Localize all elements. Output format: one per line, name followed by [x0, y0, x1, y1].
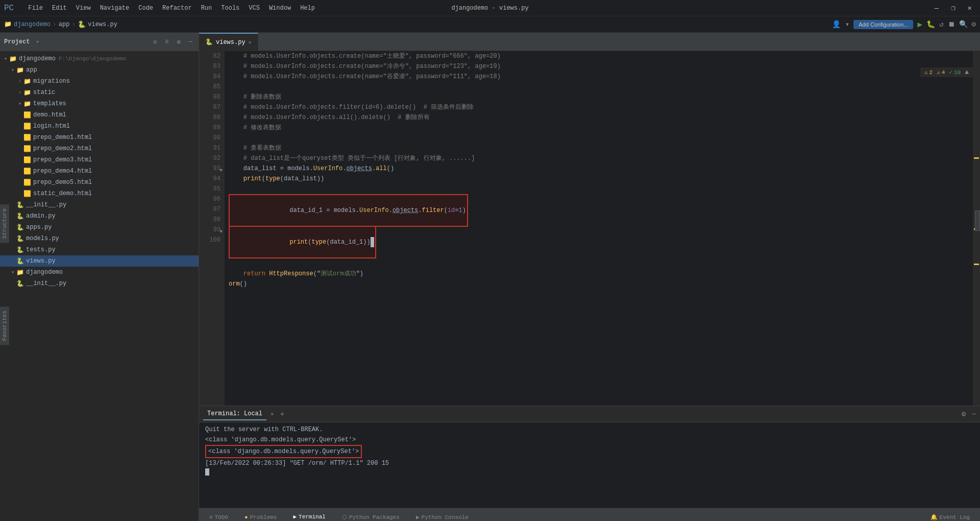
tree-prepo4-html[interactable]: 🟨 prepo_demo4.html [0, 165, 199, 177]
editor-terminal-container: ⚠ 2 ⚠ 4 ✓ 10 ▲ 🐍 views.py ✕ 82 [199, 33, 980, 521]
terminal-tab-local[interactable]: Terminal: Local [203, 408, 266, 420]
tests-py-label: tests.py [26, 246, 56, 253]
menu-refactor[interactable]: Refactor [158, 3, 196, 14]
menu-vcs[interactable]: VCS [244, 3, 264, 14]
code-content[interactable]: # models.UserInfo.objects.create(name="土… [225, 51, 973, 406]
collapse-all-icon[interactable]: ≡ [163, 37, 170, 46]
scope-icon[interactable]: ⊙ [151, 37, 159, 47]
tree-templates[interactable]: ▾ 📁 templates [0, 98, 199, 109]
user-icon[interactable]: 👤 ▾ [832, 20, 849, 29]
tree-demo-html[interactable]: 🟨 demo.html [0, 109, 199, 121]
menu-navigate[interactable]: Navigate [96, 3, 134, 14]
terminal-highlight-box: <class 'django.db.models.query.QuerySet'… [205, 445, 362, 458]
tree-djangodemo-sub[interactable]: ▾ 📁 djangodemo [0, 267, 199, 278]
tree-prepo2-html[interactable]: 🟨 prepo_demo2.html [0, 143, 199, 154]
code-line-94: print(type(data_list)) [229, 174, 969, 184]
navbar-file-name[interactable]: views.py [88, 21, 117, 28]
tab-views-py[interactable]: 🐍 views.py ✕ [199, 33, 258, 51]
line-num-82: 82 [199, 51, 220, 61]
code-line-96: data_id_1 = models.UserInfo.objects.filt… [229, 194, 969, 227]
warning-expand-icon[interactable]: ▲ [965, 68, 969, 76]
rerun-icon[interactable]: ↺ [939, 20, 943, 29]
line-num-95: 95 [199, 184, 220, 194]
tree-static-demo-html[interactable]: 🟨 static_demo.html [0, 188, 199, 199]
terminal-add-button[interactable]: + [278, 410, 286, 418]
minimize-button[interactable]: — [930, 3, 943, 13]
bottom-tab-problems[interactable]: ● Problems [240, 512, 281, 522]
tree-login-html[interactable]: 🟨 login.html [0, 121, 199, 132]
tree-admin-py[interactable]: 🐍 admin.py [0, 210, 199, 222]
tree-init-py[interactable]: 🐍 __init__.py [0, 199, 199, 210]
bottom-tab-event-log[interactable]: 🔔 Event Log [926, 512, 974, 521]
fold-99-icon[interactable]: ▼ [220, 227, 223, 237]
settings-icon[interactable]: ⚙ [175, 37, 183, 47]
project-panel: Project ▾ ⊙ ≡ ⚙ — ▾ 📁 djangodemo F:\Djan… [0, 33, 199, 521]
favorites-tab[interactable]: Favorites [0, 306, 9, 345]
static-folder-icon: 📁 [23, 89, 31, 97]
python-console-icon: ▶ [416, 514, 420, 520]
fold-93-icon[interactable]: ▼ [220, 165, 223, 176]
settings-icon-nav[interactable]: ⚙ [972, 20, 976, 29]
editor-tabs: 🐍 views.py ✕ [199, 33, 980, 51]
add-configuration-button[interactable]: Add Configuration... [853, 20, 913, 29]
tree-static[interactable]: › 📁 static [0, 87, 199, 98]
code-line-91: # 查看表数据 [229, 143, 969, 153]
menu-window[interactable]: Window [265, 3, 295, 14]
menu-code[interactable]: Code [134, 3, 157, 14]
bottom-tab-terminal[interactable]: ▶ Terminal [289, 511, 329, 521]
terminal-minimize-icon[interactable]: — [972, 410, 976, 418]
tree-tests-py[interactable]: 🐍 tests.py [0, 244, 199, 255]
terminal-settings-icon[interactable]: ⚙ [962, 410, 966, 418]
tree-migrations[interactable]: › 📁 migrations [0, 76, 199, 87]
ok-badge: ✓ 10 [949, 69, 961, 76]
views-py-icon: 🐍 [16, 257, 24, 265]
line-num-94: 94 [199, 174, 220, 184]
warning-icon-2: ⚠ [937, 69, 940, 76]
tree-prepo5-html[interactable]: 🟨 prepo_demo5.html [0, 177, 199, 188]
menu-help[interactable]: Help [296, 3, 319, 14]
menu-view[interactable]: View [72, 3, 95, 14]
project-dropdown-icon[interactable]: ▾ [36, 39, 39, 45]
code-line-93: data_list = models.UserInfo.objects.all(… [229, 163, 969, 174]
close-button[interactable]: ✕ [964, 3, 976, 13]
tab-close-icon[interactable]: ✕ [249, 39, 252, 45]
warning-badge-2: ⚠ 4 [937, 69, 945, 76]
hide-panel-icon[interactable]: — [187, 37, 194, 46]
navbar-folder-name[interactable]: app [59, 21, 70, 28]
tree-prepo1-html[interactable]: 🟨 prepo_demo1.html [0, 132, 199, 143]
menu-file[interactable]: File [24, 3, 47, 14]
tree-root[interactable]: ▾ 📁 djangodemo F:\Django\djangodemo [0, 53, 199, 64]
prepo5-html-icon: 🟨 [23, 179, 31, 186]
warning-badge-1: ⚠ 2 [924, 69, 933, 76]
run-button[interactable]: ▶ [917, 19, 922, 30]
tree-models-py[interactable]: 🐍 models.py [0, 233, 199, 244]
structure-tab[interactable]: Structure [0, 204, 9, 243]
event-log-label: Event Log [940, 514, 970, 520]
menu-tools[interactable]: Tools [217, 3, 243, 14]
project-tree: ▾ 📁 djangodemo F:\Django\djangodemo ▾ 📁 … [0, 51, 199, 521]
debug-icon[interactable]: 🐛 [926, 20, 935, 29]
navbar-project[interactable]: 📁 djangodemo [4, 20, 51, 28]
menu-run[interactable]: Run [197, 3, 216, 14]
bottom-tab-todo[interactable]: ≡ TODO [205, 512, 232, 522]
code-line-92: # data_list是一个queryset类型 类似于一个列表 [行对象, 行… [229, 153, 969, 163]
init-py-icon: 🐍 [16, 201, 24, 209]
tree-app[interactable]: ▾ 📁 app [0, 64, 199, 76]
maximize-button[interactable]: ❐ [947, 3, 959, 13]
tree-djangodemo-init[interactable]: 🐍 __init__.py [0, 278, 199, 289]
code-line-100: orm() [229, 279, 969, 289]
terminal-tab-close[interactable]: ✕ [271, 411, 274, 417]
bottom-tab-python-console[interactable]: ▶ Python Console [412, 512, 473, 521]
scrollbar-thumb[interactable] [975, 210, 980, 231]
terminal-tabs-bar: Terminal: Local ✕ + ⚙ — [199, 406, 980, 422]
tree-prepo3-html[interactable]: 🟨 prepo_demo3.html [0, 154, 199, 165]
line-num-96: 96 [199, 194, 220, 204]
bottom-tab-python-packages[interactable]: ⬡ Python Packages [338, 512, 404, 521]
apps-py-label: apps.py [26, 224, 52, 231]
tree-apps-py[interactable]: 🐍 apps.py [0, 222, 199, 233]
menu-edit[interactable]: Edit [48, 3, 71, 14]
tree-views-py[interactable]: 🐍 views.py [0, 255, 199, 267]
terminal-label: Terminal [299, 514, 326, 520]
search-icon[interactable]: 🔍 [959, 20, 968, 29]
stop-icon[interactable]: ⏹ [948, 20, 955, 29]
